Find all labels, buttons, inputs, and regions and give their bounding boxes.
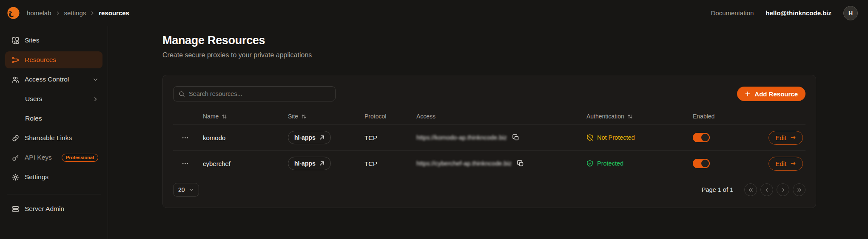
edit-button[interactable]: Edit xyxy=(768,131,803,145)
sidebar-item-label: Server Admin xyxy=(25,205,98,213)
page-title: Manage Resources xyxy=(162,33,816,48)
copy-url-button[interactable] xyxy=(512,133,520,142)
sidebar-item-label: Sites xyxy=(25,37,98,44)
pagination: Page 1 of 1 xyxy=(702,183,805,196)
sidebar-item-resources[interactable]: Resources xyxy=(5,51,102,68)
toggle-knob xyxy=(701,160,709,167)
user-email[interactable]: hello@thinkncode.biz xyxy=(766,9,831,17)
edit-label: Edit xyxy=(775,134,786,141)
search-box[interactable] xyxy=(173,86,336,101)
copy-url-button[interactable] xyxy=(516,159,525,168)
resource-protocol: TCP xyxy=(359,160,410,167)
breadcrumb: homelab settings resources xyxy=(27,9,129,17)
chevron-right-icon xyxy=(55,11,60,16)
access-url[interactable]: https://cyberchef-ap.thinkncode.biz xyxy=(416,160,512,167)
resources-card: Add Resource Name Site Protocol xyxy=(162,75,816,208)
auth-status: Protected xyxy=(586,160,623,167)
shield-check-icon xyxy=(586,160,593,167)
sort-icon xyxy=(222,114,227,119)
topbar: homelab settings resources Documentation… xyxy=(0,0,868,26)
pangolin-logo-icon[interactable] xyxy=(7,6,20,20)
toggle-knob xyxy=(701,134,709,141)
table-footer: 20 Page 1 of 1 xyxy=(173,183,805,197)
sidebar-item-users[interactable]: Users xyxy=(5,90,102,107)
column-header-enabled: Enabled xyxy=(687,113,760,120)
waypoints-icon xyxy=(12,56,19,64)
sort-icon xyxy=(627,114,633,119)
column-header-site[interactable]: Site xyxy=(282,113,359,120)
sidebar: Sites Resources Access Co xyxy=(0,26,108,239)
ellipsis-icon xyxy=(182,134,189,141)
table-row: cyberchef hl-apps TCP https://cyberchef-… xyxy=(173,150,805,176)
row-menu-button[interactable] xyxy=(173,160,197,167)
search-input[interactable] xyxy=(189,90,330,97)
auth-status-label: Not Protected xyxy=(597,134,635,141)
enabled-toggle[interactable] xyxy=(693,133,710,142)
ellipsis-icon xyxy=(182,160,189,167)
plus-icon xyxy=(745,91,751,97)
page-size-value: 20 xyxy=(178,186,185,193)
link-icon xyxy=(12,135,19,142)
page-subtitle: Create secure proxies to your private ap… xyxy=(162,50,816,60)
chevron-left-icon xyxy=(764,187,770,193)
avatar-initial: H xyxy=(848,10,853,17)
sidebar-item-server-admin[interactable]: Server Admin xyxy=(5,200,102,217)
sidebar-item-settings[interactable]: Settings xyxy=(5,169,102,186)
arrow-right-icon xyxy=(790,135,796,141)
chevron-right-icon xyxy=(780,187,786,193)
column-header-access: Access xyxy=(410,113,581,120)
chevrons-right-icon xyxy=(797,187,802,193)
row-menu-button[interactable] xyxy=(173,134,197,141)
page-size-select[interactable]: 20 xyxy=(173,183,199,197)
external-link-icon xyxy=(319,161,324,166)
copy-icon xyxy=(517,160,524,167)
previous-page-button[interactable] xyxy=(760,183,773,196)
arrow-right-icon xyxy=(790,160,796,166)
sidebar-item-access-control[interactable]: Access Control xyxy=(5,71,102,88)
column-header-name[interactable]: Name xyxy=(197,113,282,120)
breadcrumb-current-page: resources xyxy=(99,9,129,17)
server-icon xyxy=(12,205,19,213)
column-header-label: Access xyxy=(416,113,435,120)
column-header-label: Enabled xyxy=(693,113,714,120)
first-page-button[interactable] xyxy=(744,183,757,196)
column-header-protocol: Protocol xyxy=(359,113,410,120)
card-toolbar: Add Resource xyxy=(173,86,805,101)
access-url[interactable]: https://komodo-ap.thinkncode.biz xyxy=(416,134,507,141)
site-name: hl-apps xyxy=(294,160,316,167)
sidebar-item-label: API Keys xyxy=(25,154,56,161)
avatar[interactable]: H xyxy=(843,6,858,20)
column-header-authentication[interactable]: Authentication xyxy=(581,113,687,120)
sidebar-divider xyxy=(7,194,101,194)
add-resource-button[interactable]: Add Resource xyxy=(737,87,805,101)
last-page-button[interactable] xyxy=(793,183,805,196)
sidebar-item-shareable-links[interactable]: Shareable Links xyxy=(5,129,102,146)
sidebar-item-sites[interactable]: Sites xyxy=(5,32,102,49)
next-page-button[interactable] xyxy=(777,183,789,196)
breadcrumb-org[interactable]: homelab xyxy=(27,9,51,17)
chevron-down-icon xyxy=(189,187,194,192)
auth-status-label: Protected xyxy=(597,160,623,167)
documentation-link[interactable]: Documentation xyxy=(711,9,754,17)
sidebar-item-label: Users xyxy=(25,95,87,103)
edit-label: Edit xyxy=(775,160,786,167)
sidebar-item-label: Roles xyxy=(25,115,98,122)
enabled-toggle[interactable] xyxy=(693,159,710,168)
column-header-label: Site xyxy=(288,113,298,120)
site-link-button[interactable]: hl-apps xyxy=(288,131,331,144)
sidebar-item-api-keys[interactable]: API Keys Professional xyxy=(5,149,102,166)
external-link-icon xyxy=(319,135,324,140)
resource-name: cyberchef xyxy=(197,160,282,167)
sidebar-item-roles[interactable]: Roles xyxy=(5,110,102,127)
column-header-label: Protocol xyxy=(364,113,386,120)
sidebar-item-label: Resources xyxy=(25,56,98,64)
column-header-label: Name xyxy=(203,113,219,120)
edit-button[interactable]: Edit xyxy=(768,157,803,171)
site-link-button[interactable]: hl-apps xyxy=(288,157,331,170)
sidebar-item-label: Access Control xyxy=(25,76,87,83)
column-header-label: Authentication xyxy=(586,113,624,120)
page-info: Page 1 of 1 xyxy=(702,186,733,193)
breadcrumb-settings[interactable]: settings xyxy=(64,9,86,17)
shield-off-icon xyxy=(586,134,593,141)
chevrons-left-icon xyxy=(748,187,754,193)
